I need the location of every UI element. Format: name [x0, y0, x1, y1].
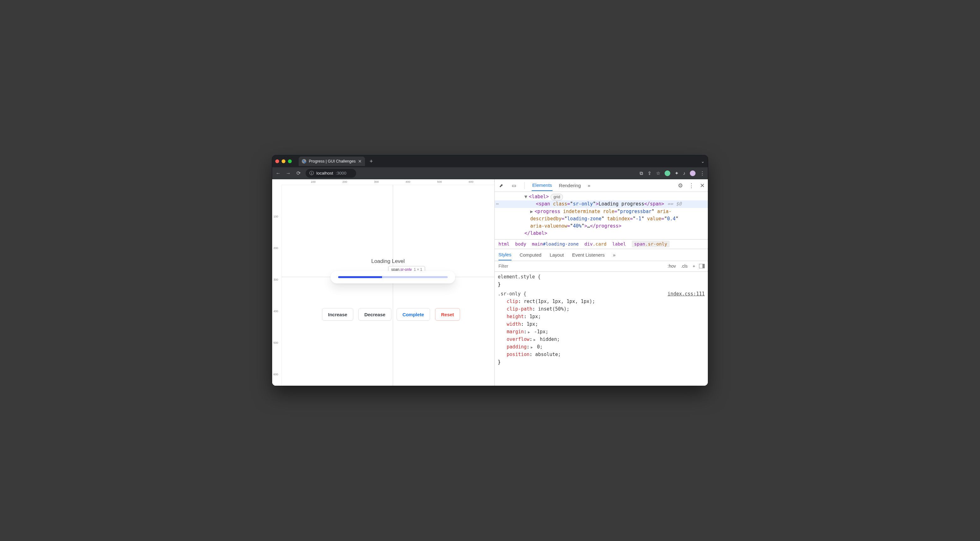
fullscreen-window-icon[interactable]: [288, 159, 292, 163]
styles-filter-bar: :hov .cls +: [495, 261, 708, 272]
window-titlebar: 🐾 Progress | GUI Challenges ✕ + ⌄: [272, 155, 708, 167]
profile-avatar[interactable]: [690, 170, 695, 176]
share-icon[interactable]: ⇪: [648, 170, 652, 176]
bookmark-icon[interactable]: ☆: [656, 170, 660, 176]
styles-pane[interactable]: element.style { } index.css:111 .sr-only…: [495, 272, 708, 386]
tabs-overflow-icon[interactable]: ⌄: [701, 159, 705, 164]
new-tab-button[interactable]: +: [368, 158, 375, 165]
css-declaration[interactable]: clip-path: inset(50%);: [498, 305, 705, 313]
close-devtools-icon[interactable]: ✕: [700, 182, 705, 189]
extensions-icon[interactable]: ✦: [675, 170, 679, 176]
ruler-tick: 200: [274, 247, 278, 250]
ruler-tick: 500: [437, 180, 442, 183]
grid-badge[interactable]: grid: [550, 194, 563, 200]
content-area: 100 200 300 400 500 600 700 100 200 300 …: [272, 179, 708, 386]
forward-button[interactable]: →: [285, 170, 291, 176]
css-declaration[interactable]: margin:▶ -1px;: [498, 328, 705, 336]
ruler-tick: 300: [274, 278, 278, 281]
ruler-tick: 600: [274, 373, 278, 376]
subtab-computed[interactable]: Computed: [520, 252, 541, 258]
close-window-icon[interactable]: [275, 159, 279, 163]
devtools-panel: ⬈ ▭ Elements Rendering » ⚙ ⋮ ✕ ▼<label>g…: [495, 179, 708, 386]
css-rule[interactable]: element.style { }: [498, 273, 705, 288]
tab-close-icon[interactable]: ✕: [358, 159, 362, 164]
ruler-vertical: 100 200 300 400 500 600: [272, 185, 282, 386]
elements-tree[interactable]: ▼<label>grid <span class="sr-only">Loadi…: [495, 192, 708, 240]
progress-fill: [338, 276, 382, 278]
subtab-layout[interactable]: Layout: [550, 252, 564, 258]
crumb[interactable]: html: [498, 242, 509, 247]
css-declaration[interactable]: overflow:▶ hidden;: [498, 336, 705, 343]
minimize-window-icon[interactable]: [282, 159, 285, 163]
browser-tab[interactable]: 🐾 Progress | GUI Challenges ✕: [299, 157, 365, 166]
crumb[interactable]: main#loading-zone: [532, 242, 579, 247]
css-source-link[interactable]: index.css:111: [668, 290, 705, 298]
ruler-tick: 100: [274, 215, 278, 218]
tab-elements[interactable]: Elements: [532, 180, 553, 191]
omnibox[interactable]: ⓘ localhost:3000: [305, 169, 356, 178]
ruler-tick: 300: [374, 180, 379, 183]
cls-toggle[interactable]: .cls: [680, 264, 689, 269]
ruler-tick: 500: [274, 341, 278, 344]
toggle-sidebar-icon[interactable]: [699, 264, 705, 268]
ruler-tick: 600: [469, 180, 473, 183]
css-declaration[interactable]: width: 1px;: [498, 320, 705, 328]
divider: [524, 182, 525, 189]
styles-filter-input[interactable]: [498, 263, 664, 269]
subtab-styles[interactable]: Styles: [498, 249, 511, 260]
site-info-icon[interactable]: ⓘ: [309, 170, 314, 176]
tree-close-label: </label>: [524, 231, 547, 236]
crumb[interactable]: label: [612, 242, 626, 247]
subtab-event-listeners[interactable]: Event Listeners: [572, 252, 605, 258]
decrease-button[interactable]: Decrease: [358, 308, 391, 321]
css-declaration[interactable]: position: absolute;: [498, 351, 705, 358]
toolbar-actions: ⧉ ⇪ ☆ ✦ ♪ ⋮: [640, 170, 705, 176]
crumb[interactable]: body: [515, 242, 526, 247]
page-heading: Loading Level: [282, 258, 495, 264]
tab-more[interactable]: »: [587, 180, 591, 191]
crumb-selected[interactable]: span.sr-only: [632, 240, 670, 247]
css-declaration[interactable]: clip: rect(1px, 1px, 1px, 1px);: [498, 298, 705, 305]
css-rule[interactable]: index.css:111 .sr-only { clip: rect(1px,…: [498, 290, 705, 366]
progress-card: [331, 271, 455, 283]
device-toggle-icon[interactable]: ▭: [511, 183, 517, 188]
increase-button[interactable]: Increase: [322, 308, 353, 321]
complete-button[interactable]: Complete: [396, 308, 430, 321]
reset-button[interactable]: Reset: [435, 308, 460, 321]
css-declaration[interactable]: padding:▶ 0;: [498, 343, 705, 351]
button-row: Increase Decrease Complete Reset: [322, 308, 460, 321]
crumb[interactable]: div.card: [584, 242, 606, 247]
url-host: localhost: [317, 171, 333, 175]
open-external-icon[interactable]: ⧉: [640, 170, 643, 176]
tab-title: Progress | GUI Challenges: [309, 159, 355, 164]
reload-button[interactable]: ⟳: [296, 170, 301, 176]
ruler-tick: 700: [494, 180, 494, 183]
settings-icon[interactable]: ⚙: [678, 182, 683, 189]
page-viewport: 100 200 300 400 500 600 700 100 200 300 …: [272, 179, 495, 386]
hov-toggle[interactable]: :hov: [666, 264, 677, 269]
chrome-menu-icon[interactable]: ⋮: [700, 170, 705, 176]
extension-icon[interactable]: [665, 170, 670, 176]
tab-rendering[interactable]: Rendering: [558, 180, 581, 191]
url-port: :3000: [336, 171, 346, 175]
tree-selected-row[interactable]: <span class="sr-only">Loading progress</…: [495, 200, 708, 208]
ruler-tick: 400: [406, 180, 410, 183]
media-icon[interactable]: ♪: [683, 170, 686, 176]
styles-subtabs: Styles Computed Layout Event Listeners »: [495, 249, 708, 261]
breadcrumb[interactable]: html body main#loading-zone div.card lab…: [495, 240, 708, 249]
progress-track: [338, 276, 448, 278]
back-button[interactable]: ←: [275, 170, 281, 176]
window-controls: [275, 159, 292, 163]
new-rule-button[interactable]: +: [691, 264, 697, 269]
rendered-page: Loading Level span.sr-only1 × 1 Increase…: [282, 185, 495, 386]
address-bar: ← → ⟳ ⓘ localhost:3000 ⧉ ⇪ ☆ ✦ ♪ ⋮: [272, 167, 708, 179]
tab-favicon: 🐾: [302, 159, 306, 164]
browser-window: 🐾 Progress | GUI Challenges ✕ + ⌄ ← → ⟳ …: [272, 155, 708, 386]
devtools-toolbar: ⬈ ▭ Elements Rendering » ⚙ ⋮ ✕: [495, 179, 708, 192]
kebab-icon[interactable]: ⋮: [689, 182, 694, 189]
ruler-horizontal: 100 200 300 400 500 600 700: [282, 179, 495, 185]
subtab-more[interactable]: »: [613, 252, 615, 258]
guide-vertical: [393, 185, 393, 386]
inspect-icon[interactable]: ⬈: [498, 183, 505, 188]
css-declaration[interactable]: height: 1px;: [498, 313, 705, 320]
